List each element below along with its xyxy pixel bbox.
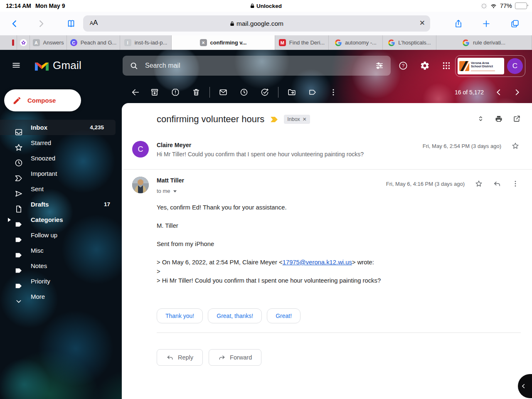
- smart-reply-chip[interactable]: Great, thanks!: [208, 308, 262, 323]
- sidebar-item-label: Notes: [31, 262, 47, 269]
- help-button[interactable]: ?: [394, 57, 412, 75]
- search-filter-icon[interactable]: [375, 61, 384, 70]
- sidebar-item-misc[interactable]: Misc: [0, 243, 122, 258]
- tab-favicon: C: [70, 39, 77, 46]
- partial-favicon: [12, 39, 14, 46]
- pagination-counter: 16 of 5,172: [455, 89, 484, 96]
- compose-button[interactable]: Compose: [4, 89, 81, 111]
- browser-tab-0[interactable]: [0, 35, 17, 50]
- sidebar-item-categories[interactable]: Categories: [0, 212, 122, 227]
- smart-reply-chip[interactable]: Great!: [267, 308, 300, 323]
- tab-title: Answers: [43, 39, 64, 46]
- sidebar-item-notes[interactable]: Notes: [0, 258, 122, 273]
- email-address-link[interactable]: 17975@verona.k12.wi.us: [283, 259, 352, 266]
- smart-reply-chip[interactable]: Thank you!: [157, 308, 203, 323]
- browser-tab-1[interactable]: [17, 35, 30, 50]
- snooze-button[interactable]: [234, 83, 254, 101]
- back-to-inbox-button[interactable]: [127, 83, 144, 101]
- archive-button[interactable]: [144, 83, 165, 101]
- back-button[interactable]: [9, 18, 20, 29]
- delete-button[interactable]: [186, 83, 207, 101]
- gmail-logo[interactable]: Gmail: [35, 59, 81, 72]
- details-caret-icon: [173, 190, 177, 192]
- search-input[interactable]: [144, 62, 369, 70]
- tab-title: Find the Deri...: [289, 39, 325, 46]
- browser-tab-rule-derivati-[interactable]: rule derivati...: [436, 35, 532, 50]
- expanded-message-header[interactable]: Matt Tiller to me Fri, May 6, 4:16 PM (3…: [123, 175, 532, 201]
- sidebar-item-more[interactable]: More: [0, 289, 122, 304]
- tab-close-icon[interactable]: ×: [200, 39, 207, 46]
- stop-loading-button[interactable]: ✕: [419, 19, 425, 27]
- forward-button[interactable]: [36, 18, 47, 29]
- new-tab-button[interactable]: [481, 18, 492, 29]
- settings-gear-icon[interactable]: [416, 57, 434, 75]
- unread-count: 17: [104, 201, 110, 207]
- important-marker-icon: [270, 116, 278, 123]
- mark-unread-button[interactable]: [213, 83, 234, 101]
- browser-tab-l-hospticals-[interactable]: L'hospticals...: [383, 35, 436, 50]
- older-email-button[interactable]: [508, 83, 526, 101]
- sidebar-item-inbox[interactable]: Inbox4,235: [0, 120, 116, 135]
- newer-email-button[interactable]: [490, 83, 508, 101]
- add-to-tasks-button[interactable]: [254, 83, 275, 101]
- inbox-label-chip[interactable]: Inbox ✕: [284, 115, 310, 124]
- google-apps-grid-icon[interactable]: [437, 57, 456, 75]
- bookmarks-icon[interactable]: [66, 18, 76, 29]
- tab-bar: AAnswersCPeach and G...Iinst-fs-iad-p...…: [0, 35, 532, 50]
- search-bar[interactable]: [123, 56, 391, 76]
- recipient-dropdown[interactable]: to me: [157, 188, 177, 194]
- browser-tab-inst-fs-iad-p-[interactable]: Iinst-fs-iad-p...: [120, 35, 172, 50]
- battery-percent: 77%: [500, 2, 512, 9]
- message-more-icon[interactable]: [511, 180, 520, 188]
- sidebar-item-drafts[interactable]: Drafts17: [0, 197, 122, 212]
- toolbar-divider: [209, 87, 210, 98]
- sidebar-item-sent[interactable]: Sent: [0, 181, 122, 197]
- sidebar-item-label: Sent: [31, 185, 44, 192]
- sidebar-item-priority[interactable]: Priority: [0, 273, 122, 289]
- sidebar-item-important[interactable]: Important: [0, 166, 122, 181]
- tab-title: autonomy -...: [345, 39, 377, 46]
- labels-button[interactable]: [302, 83, 323, 101]
- reply-button[interactable]: Reply: [157, 349, 203, 366]
- tab-title: rule derivati...: [473, 39, 505, 46]
- report-spam-button[interactable]: [165, 83, 186, 101]
- browser-tab-autonomy-[interactable]: autonomy -...: [329, 35, 383, 50]
- more-options-button[interactable]: [323, 83, 344, 101]
- share-button[interactable]: [453, 18, 464, 29]
- sender-avatar-photo[interactable]: [132, 177, 149, 193]
- expand-all-icon[interactable]: [477, 115, 485, 123]
- sidebar-item-follow-up[interactable]: Follow up: [0, 227, 122, 243]
- message-date: Fri, May 6, 4:16 PM (3 days ago): [386, 181, 465, 187]
- browser-tab-confirming-v-[interactable]: ×confirming v...: [172, 35, 275, 50]
- account-avatar[interactable]: C: [507, 58, 523, 74]
- loading-spinner-icon: [481, 3, 487, 9]
- main-menu-icon[interactable]: [12, 61, 21, 70]
- reply-icon[interactable]: [493, 180, 501, 188]
- reader-text-size-button[interactable]: AA: [90, 19, 98, 27]
- open-in-new-window-icon[interactable]: [513, 115, 521, 123]
- tabs-overview-button[interactable]: [510, 18, 520, 29]
- sender-avatar[interactable]: C: [132, 141, 149, 158]
- lock-icon: [250, 3, 254, 8]
- collapsed-message-row[interactable]: C Claire Meyer Hi Mr Tiller! Could you c…: [123, 139, 532, 170]
- browser-tab-peach-and-g-[interactable]: CPeach and G...: [67, 35, 120, 50]
- sidebar-item-label: Important: [31, 170, 57, 177]
- sidebar-item-label: Snoozed: [31, 155, 55, 162]
- lock-status-label: Unlocked: [256, 3, 282, 9]
- sidebar-item-snoozed[interactable]: Snoozed: [0, 150, 122, 166]
- sidebar-item-label: Categories: [31, 216, 63, 223]
- forward-button[interactable]: Forward: [209, 349, 261, 366]
- sidebar-item-starred[interactable]: Starred: [0, 135, 122, 150]
- star-icon[interactable]: [475, 180, 483, 188]
- print-icon[interactable]: [495, 115, 503, 123]
- browser-tab-find-the-deri-[interactable]: MFind the Deri...: [275, 35, 329, 50]
- remove-label-icon[interactable]: ✕: [303, 116, 307, 122]
- browser-tab-answers[interactable]: AAnswers: [30, 35, 67, 50]
- star-icon[interactable]: [511, 142, 520, 150]
- body-paragraph: Sent from my iPhone: [157, 239, 456, 249]
- expand-arrow-icon[interactable]: [8, 218, 11, 222]
- workspace-tagline: [471, 69, 495, 71]
- forward-label: Forward: [230, 354, 252, 361]
- address-bar[interactable]: AA mail.google.com ✕: [83, 15, 430, 32]
- move-to-button[interactable]: [281, 83, 302, 101]
